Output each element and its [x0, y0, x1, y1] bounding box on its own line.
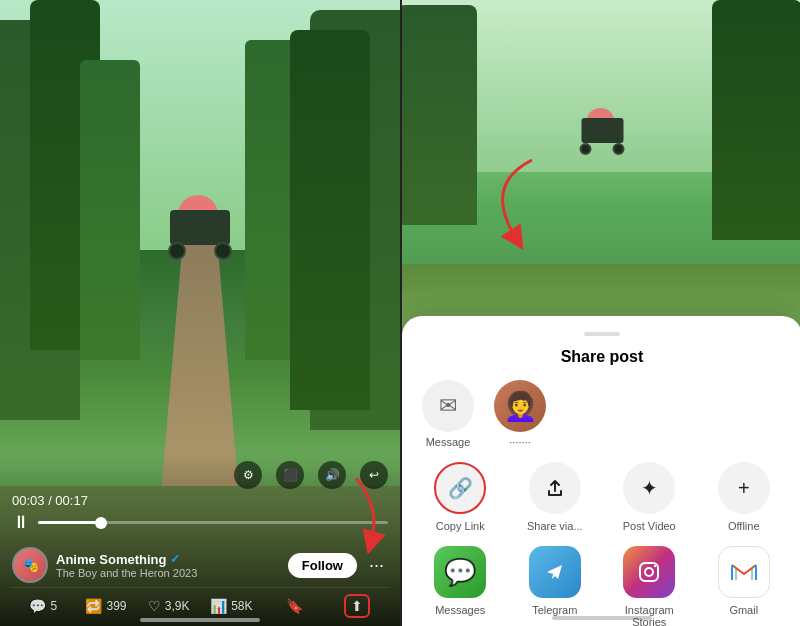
copy-link-button[interactable]: 🔗 — [434, 462, 486, 514]
share-icon: ⬆ — [351, 598, 363, 614]
comment-action[interactable]: 💬 5 — [12, 598, 75, 614]
post-video-item[interactable]: ✦ Post Video — [607, 462, 692, 532]
person-avatar: 👩‍🦱 — [494, 380, 546, 432]
share-via-label: Share via... — [527, 520, 583, 532]
red-arrow-left — [326, 478, 386, 558]
cart-body — [170, 210, 230, 245]
right-cart — [575, 110, 630, 155]
message-contact[interactable]: ✉ Message — [418, 380, 478, 448]
drag-handle — [584, 332, 620, 336]
user-info: Anime Something ✓ The Boy and the Heron … — [56, 552, 280, 579]
instagram-icon[interactable] — [623, 546, 675, 598]
comment-icon: 💬 — [29, 598, 46, 614]
share-sheet: Share post ✉ Message 👩‍🦱 ······· 🔗 Copy … — [402, 316, 800, 626]
app-icons-row: 💬 Messages Telegram — [418, 546, 786, 626]
svg-point-1 — [645, 568, 653, 576]
retweet-action[interactable]: 🔁 399 — [75, 598, 138, 614]
gmail-icon[interactable] — [718, 546, 770, 598]
instagram-app[interactable]: Instagram Stories — [607, 546, 692, 626]
user-subtitle: The Boy and the Heron 2023 — [56, 567, 280, 579]
comment-count: 5 — [50, 599, 57, 613]
right-wheel-left — [580, 143, 592, 155]
messages-label: Messages — [435, 604, 485, 616]
action-grid-row: 🔗 Copy Link Share via... ✦ Post Video — [418, 462, 786, 532]
copy-link-item[interactable]: 🔗 Copy Link — [418, 462, 503, 532]
settings-icon[interactable]: ⚙ — [234, 461, 262, 489]
right-wheel-right — [613, 143, 625, 155]
messages-app[interactable]: 💬 Messages — [418, 546, 503, 626]
telegram-app[interactable]: Telegram — [513, 546, 598, 626]
right-tree-right — [712, 0, 800, 240]
svg-point-2 — [654, 565, 656, 567]
offline-label: Offline — [728, 520, 760, 532]
share-sheet-title: Share post — [418, 348, 786, 366]
instagram-label: Instagram Stories — [607, 604, 692, 626]
post-video-label: Post Video — [623, 520, 676, 532]
person-contact[interactable]: 👩‍🦱 ······· — [490, 380, 550, 448]
copy-link-label: Copy Link — [436, 520, 485, 532]
views-count: 58K — [231, 599, 252, 613]
progress-dot — [95, 517, 107, 529]
views-icon: 📊 — [210, 598, 227, 614]
like-count: 3,9K — [165, 599, 190, 613]
offline-button[interactable]: + — [718, 462, 770, 514]
bookmark-icon: 🔖 — [286, 598, 303, 614]
contacts-row: ✉ Message 👩‍🦱 ······· — [418, 380, 786, 448]
share-via-button[interactable] — [529, 462, 581, 514]
gmail-app[interactable]: Gmail — [702, 546, 787, 626]
gmail-label: Gmail — [729, 604, 758, 616]
telegram-icon[interactable] — [529, 546, 581, 598]
play-pause-button[interactable]: ⏸ — [12, 512, 30, 533]
tree-near-right — [290, 30, 370, 410]
share-via-item[interactable]: Share via... — [513, 462, 598, 532]
offline-item[interactable]: + Offline — [702, 462, 787, 532]
username: Anime Something ✓ — [56, 552, 280, 567]
heart-icon: ♡ — [148, 598, 161, 614]
left-video-panel: ⚙ ⬛ 🔊 ↩ 00:03 / 00:17 ⏸ 🎭 Anime Somethin… — [0, 0, 400, 626]
right-share-panel: Share post ✉ Message 👩‍🦱 ······· 🔗 Copy … — [402, 0, 800, 626]
cart — [160, 200, 240, 260]
wheel-left — [168, 242, 186, 260]
retweet-count: 399 — [106, 599, 126, 613]
home-bar — [140, 618, 260, 622]
message-label: Message — [426, 436, 471, 448]
messages-icon[interactable]: 💬 — [434, 546, 486, 598]
retweet-icon: 🔁 — [85, 598, 102, 614]
user-avatar[interactable]: 🎭 — [12, 547, 48, 583]
message-icon-circle: ✉ — [422, 380, 474, 432]
views-action[interactable]: 📊 58K — [200, 598, 263, 614]
bookmark-action[interactable]: 🔖 — [263, 598, 326, 614]
person-label: ······· — [509, 436, 530, 448]
post-video-button[interactable]: ✦ — [623, 462, 675, 514]
right-cart-body — [582, 118, 624, 143]
username-text: Anime Something — [56, 552, 167, 567]
progress-fill — [38, 521, 101, 524]
share-action[interactable]: ⬆ — [325, 594, 388, 618]
telegram-label: Telegram — [532, 604, 577, 616]
right-tree-left — [402, 5, 477, 225]
like-action[interactable]: ♡ 3,9K — [137, 598, 200, 614]
right-video-bg — [402, 0, 800, 344]
verified-badge: ✓ — [170, 552, 180, 566]
tree-mid-left — [80, 60, 140, 360]
display-icon[interactable]: ⬛ — [276, 461, 304, 489]
bottom-bar — [552, 616, 652, 620]
wheel-right — [214, 242, 232, 260]
